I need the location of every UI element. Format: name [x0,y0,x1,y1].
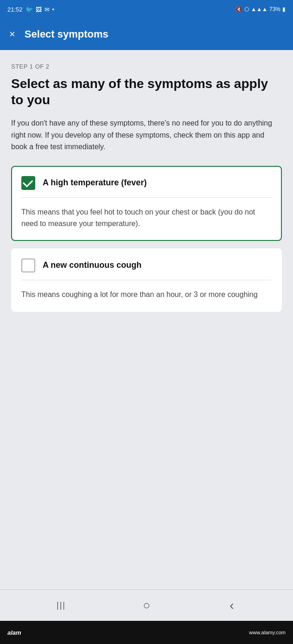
watermark-right: www.alamy.com [249,630,286,635]
gallery-icon: 🖼 [36,6,42,13]
symptom-description-fever: This means that you feel hot to touch on… [12,198,281,240]
status-bar: 21:52 🐦 🖼 ✉ • 🔇 ⬡ ▲▲▲ 73% ▮ [0,0,293,19]
intro-text: If you don't have any of these symptoms,… [11,117,282,153]
main-content: STEP 1 OF 2 Select as many of the sympto… [0,50,293,589]
battery-display: 73% [269,6,280,13]
dot-indicator: • [52,6,55,13]
symptom-card-fever[interactable]: A high temperature (fever) This means th… [11,166,282,241]
status-left: 21:52 🐦 🖼 ✉ • [7,6,54,13]
wifi-icon: ⬡ [244,6,249,13]
mute-icon: 🔇 [236,6,242,13]
signal-icon: ▲▲▲ [251,6,268,13]
menu-nav-button[interactable]: ||| [50,594,72,617]
checkbox-cough[interactable] [21,259,35,272]
watermark-bar: alam www.alamy.com [0,621,293,644]
symptom-card-header-fever: A high temperature (fever) [12,167,281,197]
time-display: 21:52 [7,6,23,13]
symptom-title-fever: A high temperature (fever) [43,178,146,188]
symptom-card-header-cough: A new continuous cough [12,249,281,280]
checkbox-fever[interactable] [21,176,35,190]
page-title: Select symptoms [25,28,108,40]
app-header: × Select symptoms [0,19,293,50]
main-heading: Select as many of the symptoms as apply … [11,76,282,108]
close-button[interactable]: × [9,29,15,39]
nav-bar: ||| ○ ‹ [0,589,293,621]
status-right: 🔇 ⬡ ▲▲▲ 73% ▮ [236,6,286,13]
symptom-title-cough: A new continuous cough [43,260,141,270]
symptom-description-cough: This means coughing a lot for more than … [12,280,281,311]
home-nav-button[interactable]: ○ [135,594,158,617]
watermark-left: alam [7,629,21,636]
step-indicator: STEP 1 OF 2 [11,63,282,70]
symptom-card-cough[interactable]: A new continuous cough This means coughi… [11,248,282,312]
back-nav-button[interactable]: ‹ [221,594,243,617]
battery-icon: ▮ [282,6,286,13]
mail-icon: ✉ [45,6,50,13]
twitter-icon: 🐦 [25,6,33,13]
